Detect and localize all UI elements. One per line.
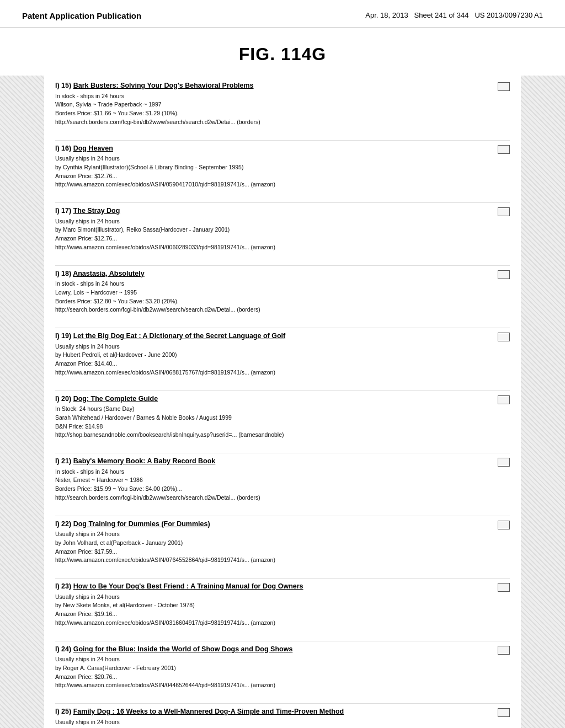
item-detail-line1: Usually ships in 24 hours	[55, 154, 492, 163]
item-title: I) 17) The Stray Dog	[55, 206, 492, 216]
item-content: I) 15) Bark Busters: Solving Your Dog's …	[55, 81, 492, 127]
right-border-texture	[521, 76, 565, 728]
item-detail-line4: http://shop.barnesandnoble.com/booksearc…	[55, 431, 492, 440]
item-checkbox[interactable]	[498, 521, 510, 529]
header-meta: Apr. 18, 2013 Sheet 241 of 344 US 2013/0…	[365, 10, 543, 21]
header-sheet: Sheet 241 of 344	[414, 11, 469, 19]
item-detail-line1: In stock - ships in 24 hours	[55, 280, 492, 288]
separator	[55, 453, 510, 453]
separator	[55, 578, 510, 579]
list-item: I) 24) Going for the Blue: Inside the Wo…	[55, 645, 510, 696]
item-checkbox[interactable]	[498, 458, 510, 467]
item-checkbox[interactable]	[498, 333, 510, 341]
list-item: I) 17) The Stray DogUsually ships in 24 …	[55, 206, 510, 258]
item-detail-line4: http://search.borders.com/fcgi-bin/db2ww…	[55, 494, 492, 502]
item-checkbox[interactable]	[498, 646, 510, 655]
item-detail-line1: In Stock: 24 hours (Same Day)	[55, 405, 492, 414]
item-content: I) 22) Dog Training for Dummies (For Dum…	[55, 520, 492, 565]
item-checkbox[interactable]	[498, 82, 510, 91]
item-detail-line1: Usually ships in 24 hours	[55, 593, 492, 602]
item-content: I) 23) How to Be Your Dog's Best Friend …	[55, 582, 492, 628]
separator	[55, 390, 510, 391]
item-detail-line3: Borders Price: $12.80 ~ You Save: $3.20 …	[55, 297, 492, 306]
list-item: I) 22) Dog Training for Dummies (For Dum…	[55, 520, 510, 571]
separator	[55, 202, 510, 203]
item-checkbox[interactable]	[498, 395, 510, 404]
item-title: I) 20) Dog: The Complete Guide	[55, 394, 492, 404]
item-title: I) 21) Baby's Memory Book: A Baby Record…	[55, 457, 492, 467]
item-detail-line1: In stock - ships in 24 hours	[55, 92, 492, 101]
item-detail-line2: by Cynthia Rylant(Illustrator)(School & …	[55, 163, 492, 172]
separator	[55, 265, 510, 266]
header-date: Apr. 18, 2013	[365, 11, 408, 19]
item-detail-line2: by Marc Simont(Illustrator), Reiko Sassa…	[55, 226, 492, 234]
item-detail-line3: Amazon Price: $17.59...	[55, 548, 492, 556]
item-checkbox[interactable]	[498, 708, 510, 717]
patent-app-label: Patent Application Publication	[22, 11, 141, 20]
list-item: I) 15) Bark Busters: Solving Your Dog's …	[55, 81, 510, 132]
item-detail-line1: Usually ships in 24 hours	[55, 655, 492, 664]
header-title: Patent Application Publication	[22, 10, 141, 22]
item-title: I) 23) How to Be Your Dog's Best Friend …	[55, 582, 492, 592]
item-content: I) 24) Going for the Blue: Inside the Wo…	[55, 645, 492, 690]
item-checkbox[interactable]	[498, 270, 510, 279]
header-patent: US 2013/0097230 A1	[475, 11, 543, 19]
list-item: I) 23) How to Be Your Dog's Best Friend …	[55, 582, 510, 633]
list-item: I) 18) Anastasia, AbsolutelyIn stock - s…	[55, 269, 510, 320]
item-detail-line2: Nister, Ernest ~ Hardcover ~ 1986	[55, 476, 492, 485]
item-content: I) 18) Anastasia, AbsolutelyIn stock - s…	[55, 269, 492, 315]
item-detail-line4: http://search.borders.com/fcgi-bin/db2ww…	[55, 118, 492, 127]
list-item: I) 19) Let the Big Dog Eat : A Dictionar…	[55, 331, 510, 383]
item-checkbox[interactable]	[498, 145, 510, 154]
separator	[55, 703, 510, 704]
list-item: I) 20) Dog: The Complete GuideIn Stock: …	[55, 394, 510, 446]
separator	[55, 140, 510, 141]
item-detail-line2: Lowry, Lois ~ Hardcover ~ 1995	[55, 288, 492, 297]
item-title: I) 16) Dog Heaven	[55, 144, 492, 154]
item-detail-line3: Borders Price: $15.99 ~ You Save: $4.00 …	[55, 485, 492, 494]
item-detail-line2: by Roger A. Caras(Hardcover - February 2…	[55, 664, 492, 673]
item-title: I) 19) Let the Big Dog Eat : A Dictionar…	[55, 331, 492, 341]
item-detail-line2: by John Volhard, et al(Paperback - Janua…	[55, 539, 492, 548]
item-detail-line2: Wilson, Sylvia ~ Trade Paperback ~ 1997	[55, 100, 492, 109]
item-detail-line3: Amazon Price: $12.76...	[55, 234, 492, 243]
item-content: I) 17) The Stray DogUsually ships in 24 …	[55, 206, 492, 252]
item-content: I) 20) Dog: The Complete GuideIn Stock: …	[55, 394, 492, 440]
item-checkbox[interactable]	[498, 583, 510, 592]
item-detail-line2: Sarah Whitehead / Hardcover / Barnes & N…	[55, 414, 492, 422]
item-detail-line1: Usually ships in 24 hours	[55, 217, 492, 226]
list-item: I) 21) Baby's Memory Book: A Baby Record…	[55, 457, 510, 508]
list-item: I) 16) Dog HeavenUsually ships in 24 hou…	[55, 144, 510, 195]
item-detail-line4: http://search.borders.com/fcgi-bin/db2ww…	[55, 306, 492, 314]
item-title: I) 18) Anastasia, Absolutely	[55, 269, 492, 279]
item-title: I) 22) Dog Training for Dummies (For Dum…	[55, 520, 492, 529]
item-detail-line4: http://www.amazon.com/exec/obidos/ASIN/0…	[55, 556, 492, 565]
item-content: I) 19) Let the Big Dog Eat : A Dictionar…	[55, 331, 492, 377]
item-title: I) 24) Going for the Blue: Inside the Wo…	[55, 645, 492, 655]
item-detail-line2: by New Skete Monks, et al(Hardcover - Oc…	[55, 601, 492, 610]
separator	[55, 516, 510, 516]
item-detail-line3: Amazon Price: $19.16...	[55, 610, 492, 619]
item-content: I) 25) Family Dog : 16 Weeks to a Well-M…	[55, 707, 492, 728]
content-area: I) 15) Bark Busters: Solving Your Dog's …	[0, 76, 565, 728]
item-content: I) 21) Baby's Memory Book: A Baby Record…	[55, 457, 492, 502]
item-detail-line1: Usually ships in 24 hours	[55, 530, 492, 539]
item-detail-line1: Usually ships in 24 hours	[55, 718, 492, 727]
item-detail-line1: Usually ships in 24 hours	[55, 342, 492, 351]
item-detail-line3: Amazon Price: $14.40...	[55, 360, 492, 368]
left-border-texture	[0, 76, 44, 728]
item-detail-line3: Amazon Price: $12.76...	[55, 172, 492, 181]
item-detail-line3: B&N Price: $14.98	[55, 422, 492, 431]
item-detail-line4: http://www.amazon.com/exec/obidos/ASIN/0…	[55, 619, 492, 628]
item-detail-line1: In stock - ships in 24 hours	[55, 468, 492, 477]
separator	[55, 641, 510, 641]
item-content: I) 16) Dog HeavenUsually ships in 24 hou…	[55, 144, 492, 190]
item-detail-line2: by Hubert Pedroli, et al(Hardcover - Jun…	[55, 351, 492, 360]
item-detail-line3: Amazon Price: $20.76...	[55, 673, 492, 682]
page-header: Patent Application Publication Apr. 18, …	[0, 0, 565, 28]
item-detail-line4: http://www.amazon.com/exec/obidos/ASIN/0…	[55, 368, 492, 377]
item-detail-line4: http://www.amazon.com/exec/obidos/ASIN/0…	[55, 180, 492, 189]
book-list: I) 15) Bark Busters: Solving Your Dog's …	[44, 76, 521, 728]
item-title: I) 25) Family Dog : 16 Weeks to a Well-M…	[55, 707, 492, 717]
item-checkbox[interactable]	[498, 207, 510, 216]
